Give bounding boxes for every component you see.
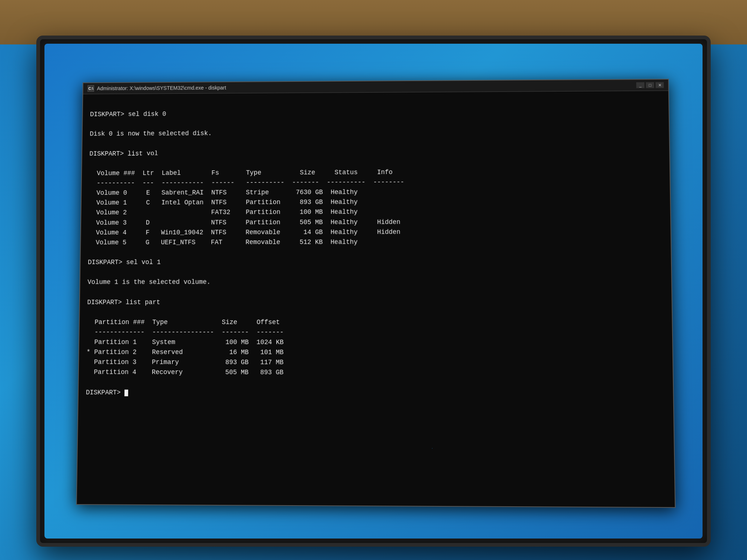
- cmd-window: C:\ Administrator: X:\windows\SYSTEM32\c…: [76, 79, 675, 508]
- window-controls: _ □ ✕: [636, 82, 664, 88]
- terminal-output: DISKPART> sel disk 0 Disk 0 is now the s…: [86, 97, 666, 399]
- window-title: Administrator: X:\windows\SYSTEM32\cmd.e…: [97, 82, 634, 91]
- terminal-body: DISKPART> sel disk 0 Disk 0 is now the s…: [77, 91, 675, 507]
- monitor: C:\ Administrator: X:\windows\SYSTEM32\c…: [36, 36, 711, 547]
- minimize-button[interactable]: _: [636, 82, 644, 88]
- maximize-button[interactable]: □: [646, 82, 654, 88]
- monitor-screen: C:\ Administrator: X:\windows\SYSTEM32\c…: [44, 44, 703, 539]
- screen-background: C:\ Administrator: X:\windows\SYSTEM32\c…: [44, 44, 703, 539]
- cmd-icon: C:\: [87, 85, 94, 92]
- terminal-cursor: [124, 390, 128, 396]
- close-button[interactable]: ✕: [655, 82, 664, 88]
